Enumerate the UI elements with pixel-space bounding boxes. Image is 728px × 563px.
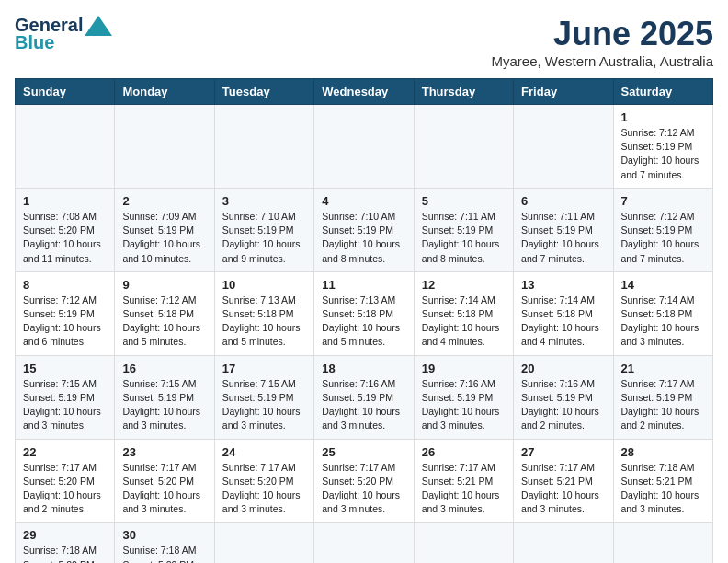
page-header: General Blue June 2025 Myaree, Western A…: [15, 15, 713, 69]
calendar-cell: 2Sunrise: 7:09 AMSunset: 5:19 PMDaylight…: [115, 188, 214, 271]
day-info: Sunrise: 7:17 AMSunset: 5:19 PMDaylight:…: [621, 377, 705, 433]
column-header-tuesday: Tuesday: [214, 79, 313, 105]
calendar-cell: 25Sunrise: 7:17 AMSunset: 5:20 PMDayligh…: [314, 439, 414, 523]
title-area: June 2025 Myaree, Western Australia, Aus…: [492, 15, 714, 69]
calendar-cell: 16Sunrise: 7:15 AMSunset: 5:19 PMDayligh…: [115, 355, 214, 439]
calendar-cell: 5Sunrise: 7:11 AMSunset: 5:19 PMDaylight…: [414, 188, 513, 271]
day-number: 23: [122, 445, 206, 459]
calendar-week-row: 8Sunrise: 7:12 AMSunset: 5:19 PMDaylight…: [16, 271, 713, 355]
day-number: 10: [222, 278, 306, 292]
calendar-cell: 20Sunrise: 7:16 AMSunset: 5:19 PMDayligh…: [514, 355, 613, 439]
calendar-cell: [514, 105, 613, 189]
day-info: Sunrise: 7:14 AMSunset: 5:18 PMDaylight:…: [521, 293, 605, 350]
day-number: 28: [621, 445, 705, 459]
day-info: Sunrise: 7:15 AMSunset: 5:19 PMDaylight:…: [222, 377, 306, 433]
day-number: 24: [222, 445, 306, 459]
day-info: Sunrise: 7:10 AMSunset: 5:19 PMDaylight:…: [322, 210, 405, 266]
day-number: 3: [222, 194, 306, 208]
calendar-cell: 4Sunrise: 7:10 AMSunset: 5:19 PMDaylight…: [314, 188, 414, 271]
calendar-cell: 27Sunrise: 7:17 AMSunset: 5:21 PMDayligh…: [514, 439, 613, 523]
logo: General Blue: [15, 15, 112, 53]
calendar-cell: 26Sunrise: 7:17 AMSunset: 5:21 PMDayligh…: [414, 439, 513, 523]
calendar-week-row: 1Sunrise: 7:12 AMSunset: 5:19 PMDaylight…: [16, 105, 713, 189]
day-number: 5: [422, 194, 506, 208]
day-info: Sunrise: 7:16 AMSunset: 5:19 PMDaylight:…: [422, 377, 506, 433]
column-header-monday: Monday: [115, 79, 214, 105]
calendar-cell: [514, 523, 613, 563]
column-header-saturday: Saturday: [613, 79, 712, 105]
calendar-cell: [613, 523, 712, 563]
day-info: Sunrise: 7:17 AMSunset: 5:21 PMDaylight:…: [521, 461, 605, 517]
day-info: Sunrise: 7:12 AMSunset: 5:19 PMDaylight:…: [621, 126, 705, 182]
logo-icon: [85, 16, 112, 36]
calendar-cell: 7Sunrise: 7:12 AMSunset: 5:19 PMDaylight…: [613, 188, 712, 271]
day-info: Sunrise: 7:14 AMSunset: 5:18 PMDaylight:…: [621, 293, 705, 350]
calendar-week-row: 29Sunrise: 7:18 AMSunset: 5:22 PMDayligh…: [16, 523, 713, 563]
day-number: 17: [222, 362, 306, 375]
column-header-sunday: Sunday: [16, 79, 115, 105]
calendar-cell: 30Sunrise: 7:18 AMSunset: 5:22 PMDayligh…: [115, 523, 214, 563]
day-number: 12: [422, 278, 506, 292]
calendar-cell: [414, 105, 513, 189]
day-number: 16: [122, 362, 206, 375]
calendar-week-row: 22Sunrise: 7:17 AMSunset: 5:20 PMDayligh…: [16, 439, 713, 523]
calendar-cell: 6Sunrise: 7:11 AMSunset: 5:19 PMDaylight…: [514, 188, 613, 271]
day-info: Sunrise: 7:17 AMSunset: 5:20 PMDaylight:…: [322, 461, 405, 517]
day-info: Sunrise: 7:12 AMSunset: 5:18 PMDaylight:…: [122, 293, 206, 350]
column-header-friday: Friday: [514, 79, 613, 105]
day-number: 21: [621, 362, 705, 375]
calendar-cell: [414, 523, 513, 563]
day-info: Sunrise: 7:15 AMSunset: 5:19 PMDaylight:…: [23, 377, 107, 433]
day-number: 11: [322, 278, 405, 292]
day-info: Sunrise: 7:11 AMSunset: 5:19 PMDaylight:…: [422, 210, 506, 266]
day-number: 15: [23, 362, 107, 375]
day-number: 20: [521, 362, 605, 375]
day-info: Sunrise: 7:18 AMSunset: 5:21 PMDaylight:…: [621, 461, 705, 517]
day-number: 27: [521, 445, 605, 459]
calendar-cell: 10Sunrise: 7:13 AMSunset: 5:18 PMDayligh…: [214, 271, 313, 355]
day-info: Sunrise: 7:08 AMSunset: 5:20 PMDaylight:…: [23, 210, 107, 266]
column-header-thursday: Thursday: [414, 79, 513, 105]
calendar-cell: [214, 523, 313, 563]
calendar-cell: 15Sunrise: 7:15 AMSunset: 5:19 PMDayligh…: [16, 355, 115, 439]
calendar-week-row: 15Sunrise: 7:15 AMSunset: 5:19 PMDayligh…: [16, 355, 713, 439]
calendar-cell: 1Sunrise: 7:08 AMSunset: 5:20 PMDaylight…: [16, 188, 115, 271]
day-number: 13: [521, 278, 605, 292]
calendar-cell: 8Sunrise: 7:12 AMSunset: 5:19 PMDaylight…: [16, 271, 115, 355]
day-number: 30: [122, 528, 206, 542]
day-number: 7: [621, 194, 705, 208]
calendar-cell: 11Sunrise: 7:13 AMSunset: 5:18 PMDayligh…: [314, 271, 414, 355]
calendar-cell: 13Sunrise: 7:14 AMSunset: 5:18 PMDayligh…: [514, 271, 613, 355]
day-number: 8: [23, 278, 107, 292]
calendar-cell: 19Sunrise: 7:16 AMSunset: 5:19 PMDayligh…: [414, 355, 513, 439]
calendar-cell: 28Sunrise: 7:18 AMSunset: 5:21 PMDayligh…: [613, 439, 712, 523]
day-info: Sunrise: 7:16 AMSunset: 5:19 PMDaylight:…: [322, 377, 405, 433]
day-number: 6: [521, 194, 605, 208]
day-number: 14: [621, 278, 705, 292]
calendar-cell: 1Sunrise: 7:12 AMSunset: 5:19 PMDaylight…: [613, 105, 712, 189]
day-number: 29: [23, 528, 107, 542]
day-info: Sunrise: 7:18 AMSunset: 5:22 PMDaylight:…: [23, 544, 107, 563]
day-number: 22: [23, 445, 107, 459]
calendar-cell: 12Sunrise: 7:14 AMSunset: 5:18 PMDayligh…: [414, 271, 513, 355]
day-number: 26: [422, 445, 506, 459]
calendar-cell: 24Sunrise: 7:17 AMSunset: 5:20 PMDayligh…: [214, 439, 313, 523]
calendar-header-row: SundayMondayTuesdayWednesdayThursdayFrid…: [16, 79, 713, 105]
day-info: Sunrise: 7:16 AMSunset: 5:19 PMDaylight:…: [521, 377, 605, 433]
day-number: 2: [122, 194, 206, 208]
day-number: 25: [322, 445, 405, 459]
day-number: 19: [422, 362, 506, 375]
day-info: Sunrise: 7:18 AMSunset: 5:22 PMDaylight:…: [122, 544, 206, 563]
calendar-table: SundayMondayTuesdayWednesdayThursdayFrid…: [15, 78, 713, 563]
day-info: Sunrise: 7:12 AMSunset: 5:19 PMDaylight:…: [23, 293, 107, 350]
day-info: Sunrise: 7:17 AMSunset: 5:20 PMDaylight:…: [122, 461, 206, 517]
calendar-cell: 21Sunrise: 7:17 AMSunset: 5:19 PMDayligh…: [613, 355, 712, 439]
svg-marker-0: [85, 16, 112, 36]
calendar-cell: [115, 105, 214, 189]
calendar-cell: [314, 523, 414, 563]
calendar-cell: 9Sunrise: 7:12 AMSunset: 5:18 PMDaylight…: [115, 271, 214, 355]
calendar-week-row: 1Sunrise: 7:08 AMSunset: 5:20 PMDaylight…: [16, 188, 713, 271]
calendar-cell: [16, 105, 115, 189]
calendar-cell: 22Sunrise: 7:17 AMSunset: 5:20 PMDayligh…: [16, 439, 115, 523]
day-info: Sunrise: 7:15 AMSunset: 5:19 PMDaylight:…: [122, 377, 206, 433]
